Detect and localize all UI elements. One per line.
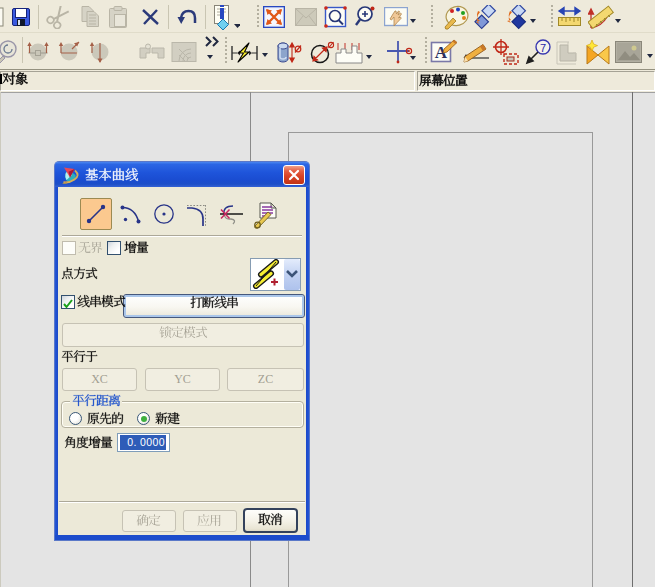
- svg-text:7: 7: [540, 42, 546, 54]
